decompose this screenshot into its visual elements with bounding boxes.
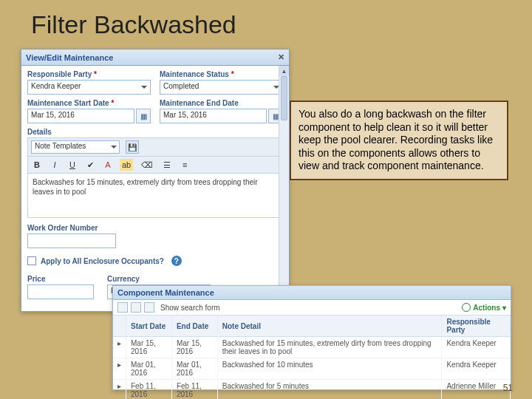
bullet-list-icon[interactable]: ☰ — [161, 159, 173, 171]
dialog-title-text: View/Edit Maintenance — [26, 53, 113, 62]
row-expand-icon[interactable]: ▸ — [113, 380, 126, 400]
clear-format-icon[interactable]: ⌫ — [139, 159, 155, 171]
table-row[interactable]: ▸ Mar 01, 2016 Mar 01, 2016 Backwashed f… — [113, 358, 511, 380]
scroll-up-icon[interactable]: ▲ — [279, 66, 289, 76]
chevron-down-icon: ▾ — [502, 304, 506, 312]
work-order-input[interactable] — [27, 233, 116, 248]
cell-start: Mar 01, 2016 — [126, 358, 172, 380]
show-search-form-link[interactable]: Show search form — [160, 304, 220, 312]
slide-number: 51 — [503, 383, 513, 393]
work-order-label: Work Order Number — [27, 224, 283, 232]
cell-end: Mar 01, 2016 — [171, 358, 217, 380]
editor-toolbar-row2: B I U ✔ A ab ⌫ ☰ ≡ — [27, 157, 283, 174]
col-responsible[interactable]: Responsible Party — [442, 316, 511, 337]
help-icon[interactable]: ? — [171, 256, 182, 266]
grid-toolbar: Show search form Actions ▾ — [113, 300, 511, 316]
price-input[interactable] — [27, 284, 94, 299]
view-edit-maintenance-dialog: View/Edit Maintenance ✕ Responsible Part… — [21, 49, 290, 312]
maintenance-status-select[interactable]: Completed — [160, 80, 283, 95]
cell-responsible: Kendra Keeper — [442, 337, 511, 358]
actions-label: Actions — [473, 304, 500, 312]
end-date-label: Maintenance End Date — [160, 99, 283, 107]
font-color-icon[interactable]: A — [102, 159, 114, 171]
slide-title: Filter Backwashed — [0, 0, 532, 39]
details-editor[interactable]: Backwashes for 15 minutes, extremely dir… — [27, 174, 283, 218]
add-record-icon[interactable] — [117, 302, 128, 313]
save-template-icon[interactable]: 💾 — [126, 140, 139, 154]
details-label: Details — [27, 128, 283, 136]
currency-label: Currency — [107, 275, 211, 283]
apply-all-checkbox[interactable] — [27, 256, 36, 265]
export-icon[interactable] — [144, 302, 154, 313]
responsible-party-label: Responsible Party * — [27, 70, 151, 78]
table-row[interactable]: ▸ Feb 11, 2016 Feb 11, 2016 Backwashed f… — [113, 380, 511, 400]
cell-responsible: Adrienne Miller — [442, 380, 511, 400]
col-note[interactable]: Note Detail — [217, 316, 442, 337]
end-date-input[interactable]: Mar 15, 2016 — [160, 109, 267, 123]
price-label: Price — [27, 275, 94, 283]
cell-note: Backwashed for 15 minutes, extremely dir… — [217, 337, 442, 358]
component-maintenance-panel: Component Maintenance Show search form A… — [112, 285, 511, 390]
gear-icon — [462, 303, 471, 312]
underline-button[interactable]: U — [66, 159, 78, 171]
cell-start: Feb 11, 2016 — [126, 380, 172, 400]
cell-start: Mar 15, 2016 — [126, 337, 172, 358]
col-start[interactable]: Start Date — [126, 316, 172, 337]
cell-note: Backwashed for 5 minutes — [217, 380, 442, 400]
dialog-titlebar: View/Edit Maintenance ✕ — [21, 50, 289, 66]
cell-end: Feb 11, 2016 — [171, 380, 217, 400]
dialog-scrollbar[interactable]: ▲ ▼ — [279, 66, 289, 311]
note-templates-select[interactable]: Note Templates — [31, 140, 120, 154]
maintenance-table: Start Date End Date Note Detail Responsi… — [113, 316, 511, 399]
highlight-icon[interactable]: ab — [120, 159, 133, 171]
apply-all-label: Apply to All Enclosure Occupants? — [41, 257, 164, 265]
start-date-input[interactable]: Mar 15, 2016 — [27, 109, 134, 123]
cell-end: Mar 15, 2016 — [171, 337, 217, 358]
scroll-thumb[interactable] — [281, 76, 287, 120]
row-expand-icon[interactable]: ▸ — [113, 358, 126, 380]
start-date-label: Maintenance Start Date * — [27, 99, 151, 107]
table-row[interactable]: ▸ Mar 15, 2016 Mar 15, 2016 Backwashed f… — [113, 337, 511, 358]
cell-responsible: Kendra Keeper — [442, 358, 511, 380]
close-icon[interactable]: ✕ — [278, 52, 284, 62]
grid-title: Component Maintenance — [113, 286, 511, 300]
explanatory-callout: You also do a long backwash on the filte… — [290, 100, 508, 180]
refresh-icon[interactable] — [131, 302, 141, 313]
col-end[interactable]: End Date — [171, 316, 217, 337]
italic-button[interactable]: I — [49, 159, 61, 171]
row-expand-icon[interactable]: ▸ — [113, 337, 126, 358]
cell-note: Backwashed for 10 minutes — [217, 358, 442, 380]
actions-menu[interactable]: Actions ▾ — [462, 303, 506, 312]
number-list-icon[interactable]: ≡ — [179, 159, 191, 171]
responsible-party-select[interactable]: Kendra Keeper — [27, 80, 151, 95]
editor-toolbar-row1: Note Templates 💾 — [27, 137, 283, 157]
spellcheck-icon[interactable]: ✔ — [84, 159, 96, 171]
maintenance-status-label: Maintenance Status * — [160, 70, 283, 78]
bold-button[interactable]: B — [31, 159, 43, 171]
start-date-calendar-icon[interactable]: ▦ — [136, 109, 151, 123]
